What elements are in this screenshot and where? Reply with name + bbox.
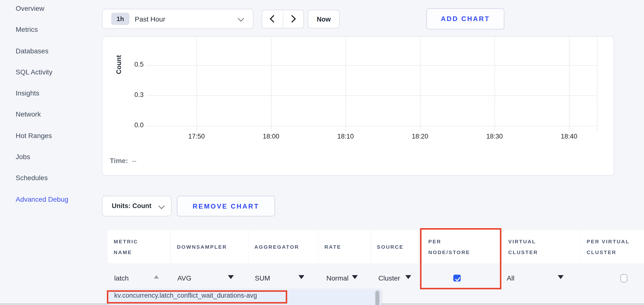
scrollbar-thumb[interactable] xyxy=(376,291,379,305)
sidebar-item-schedules[interactable]: Schedules xyxy=(16,173,68,183)
next-time-button[interactable] xyxy=(283,10,304,28)
x-tick-label: 18:30 xyxy=(479,133,510,140)
advanced-debug-custom-chart-page: OverviewMetricsDatabasesSQL ActivityInsi… xyxy=(0,0,644,305)
sidebar: OverviewMetricsDatabasesSQL ActivityInsi… xyxy=(16,3,68,215)
caret-down-icon[interactable] xyxy=(558,275,564,279)
sidebar-item-metrics[interactable]: Metrics xyxy=(16,25,68,34)
column-header-downsampler: DOWNSAMPLER xyxy=(171,230,248,263)
time-range-badge: 1h xyxy=(111,13,130,25)
metric-name-input[interactable]: latch xyxy=(114,273,129,283)
column-header-virtual-cluster: VIRTUAL CLUSTER xyxy=(502,230,580,263)
per-virtual-cluster-checkbox[interactable] xyxy=(620,274,627,283)
y-tick-label: 0.3 xyxy=(120,91,144,98)
column-header-per-node-store: PER NODE/STORE xyxy=(422,230,500,263)
time-step-button-group xyxy=(262,10,304,28)
units-dropdown-label: Units: Count xyxy=(112,196,152,216)
chevron-down-icon xyxy=(158,203,164,209)
rate-dropdown[interactable]: Normal xyxy=(326,273,348,283)
downsampler-dropdown[interactable]: AVG xyxy=(178,273,192,283)
sidebar-item-advanced-debug[interactable]: Advanced Debug xyxy=(16,194,68,204)
column-header-source: SOURCE xyxy=(371,230,418,263)
scrollbar[interactable] xyxy=(374,290,380,305)
caret-down-icon[interactable] xyxy=(405,275,411,279)
source-dropdown[interactable]: Cluster xyxy=(378,273,400,283)
now-button[interactable]: Now xyxy=(308,10,340,28)
time-range-label: Past Hour xyxy=(135,15,166,23)
caret-down-icon[interactable] xyxy=(352,275,358,279)
v-gridline xyxy=(569,38,570,131)
v-gridline xyxy=(196,38,197,131)
x-tick-label: 18:40 xyxy=(553,133,585,140)
h-gridline xyxy=(146,95,597,96)
h-gridline xyxy=(146,126,597,126)
column-header-rate: RATE xyxy=(318,230,370,263)
column-header-aggregator: AGGREGATOR xyxy=(248,230,318,263)
suggestion-item[interactable]: kv.concurrency.latch_conflict_wait_durat… xyxy=(114,292,257,299)
chart-plot: 0.50.30.017:5018:0018:1018:2018:3018:40 xyxy=(102,37,614,175)
aggregator-dropdown[interactable]: SUM xyxy=(255,273,270,283)
prev-time-button[interactable] xyxy=(262,10,283,28)
sidebar-item-overview[interactable]: Overview xyxy=(16,3,68,13)
time-range-dropdown[interactable]: 1h Past Hour xyxy=(102,9,254,29)
sidebar-item-sql-activity[interactable]: SQL Activity xyxy=(16,67,68,77)
y-tick-label: 0.5 xyxy=(120,60,144,68)
v-gridline xyxy=(494,38,495,131)
sidebar-item-databases[interactable]: Databases xyxy=(16,46,68,55)
column-header-per-virtual-cluster: PER VIRTUAL CLUSTER xyxy=(581,230,644,263)
chart-hover-time: Time:-- xyxy=(110,157,136,165)
time-key-label: Time: xyxy=(110,157,128,165)
chevron-left-icon xyxy=(270,15,277,22)
caret-down-icon[interactable] xyxy=(228,275,234,279)
v-gridline xyxy=(597,38,598,131)
checkmark-icon xyxy=(455,275,460,281)
sidebar-item-network[interactable]: Network xyxy=(16,109,68,119)
remove-chart-button[interactable]: REMOVE CHART xyxy=(177,196,275,216)
virtual-cluster-dropdown[interactable]: All xyxy=(507,273,514,283)
chevron-right-icon xyxy=(288,15,296,22)
x-tick-label: 17:50 xyxy=(181,133,212,140)
h-gridline xyxy=(146,65,597,65)
v-gridline xyxy=(420,38,420,131)
time-value: -- xyxy=(132,157,136,165)
column-header-metric-name: METRIC NAME xyxy=(108,230,170,263)
units-dropdown[interactable]: Units: Count xyxy=(102,196,172,216)
v-gridline xyxy=(271,38,272,131)
sidebar-item-insights[interactable]: Insights xyxy=(16,88,68,98)
caret-down-icon[interactable] xyxy=(298,275,304,279)
metric-suggestions-panel: kv.concurrency.latch_conflict_wait_durat… xyxy=(108,289,381,305)
dropdown-open-arrow-icon[interactable] xyxy=(154,275,159,279)
per-node-store-checkbox[interactable] xyxy=(453,275,461,282)
sidebar-item-hot-ranges[interactable]: Hot Ranges xyxy=(16,131,68,140)
chart-card: Count 0.50.30.017:5018:0018:1018:2018:30… xyxy=(102,36,614,176)
add-chart-button[interactable]: ADD CHART xyxy=(426,8,504,29)
x-tick-label: 18:00 xyxy=(255,133,287,140)
x-tick-label: 18:20 xyxy=(404,133,436,140)
y-tick-label: 0.0 xyxy=(120,121,144,129)
chevron-down-icon xyxy=(238,15,244,21)
x-tick-label: 18:10 xyxy=(330,133,361,140)
v-gridline xyxy=(346,38,346,131)
sidebar-item-jobs[interactable]: Jobs xyxy=(16,152,68,162)
